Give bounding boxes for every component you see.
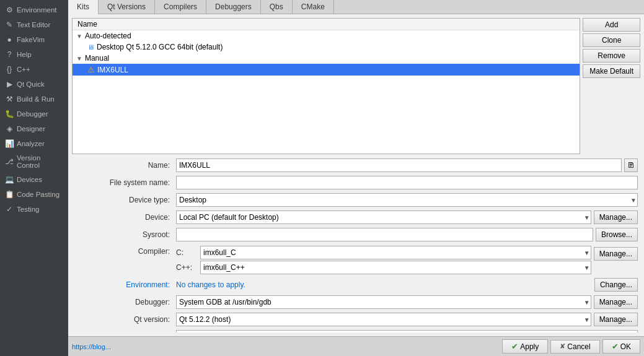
tree-manual-label: Manual [85,54,109,63]
sysroot-row: Sysroot: Browse... [72,226,640,243]
tab-qt-versions[interactable]: Qt Versions [99,0,155,14]
qt-version-select-wrapper: Qt 5.12.2 (host) ▼ [176,313,591,326]
sidebar-item-debugger[interactable]: 🐛 Debugger [0,106,68,121]
debugger-label: Debugger: [74,298,174,306]
sidebar-item-environment[interactable]: ⚙ Environment [0,2,68,17]
sidebar-label-cpp: C++ [17,66,30,73]
bottom-bar: https://blog... ✔ Apply ✘ Cancel ✔ OK [68,336,644,356]
debugger-manage-button[interactable]: Manage... [594,295,638,309]
warning-icon-imx6ull: ⚠ [87,65,95,74]
tab-compilers[interactable]: Compilers [155,0,206,14]
tree-imx6ull-label: IMX6ULL [97,66,128,74]
help-icon: ? [5,50,14,59]
sidebar-item-version-control[interactable]: ⎇ Version Control [0,151,68,172]
device-label: Device: [74,213,174,222]
compiler-cpp-select-wrapper: imx6ull_C++ ▼ [200,261,591,274]
add-button[interactable]: Add [583,18,640,32]
apply-label: Apply [520,342,539,351]
name-action-button[interactable]: 🖹 [624,158,638,172]
compiler-c-select[interactable]: imx6ull_C [200,246,591,259]
testing-icon: ✓ [5,205,14,214]
tab-cmake[interactable]: CMake [293,0,334,14]
version-control-icon: ⎇ [5,157,14,166]
sidebar-label-qt-quick: Qt Quick [17,80,45,88]
debugger-select[interactable]: System GDB at /usr/bin/gdb [176,295,591,309]
code-pasting-icon: 📋 [5,190,14,199]
qt-version-row: Qt version: Qt 5.12.2 (host) ▼ Manage... [72,311,640,328]
qt-mkspec-input[interactable] [176,330,638,332]
sidebar-label-fakevim: FakeVim [17,36,45,43]
compiler-manage-button[interactable]: Manage... [594,247,638,261]
filesystem-input[interactable] [176,176,638,189]
qt-mkspec-row: Qt mkspec: [72,328,640,332]
compiler-c-label: C: [176,248,198,257]
name-input[interactable] [176,158,622,172]
tab-kits[interactable]: Kits [68,0,99,14]
tree-header-label: Name [77,20,97,28]
make-default-button[interactable]: Make Default [583,64,640,78]
debugger-row: Debugger: System GDB at /usr/bin/gdb ▼ M… [72,293,640,311]
tree-group-auto-detected[interactable]: ▼ Auto-detected [73,30,580,41]
analyzer-icon: 📊 [5,139,14,148]
qt-version-manage-button[interactable]: Manage... [594,313,638,326]
device-type-label: Device type: [74,196,174,204]
tab-qbs[interactable]: Qbs [261,0,293,14]
sidebar-item-build-run[interactable]: ⚒ Build & Run [0,92,68,106]
qt-version-select[interactable]: Qt 5.12.2 (host) [176,313,591,326]
sysroot-browse-button[interactable]: Browse... [596,228,638,241]
name-label: Name: [74,161,174,170]
ok-label: OK [620,342,631,351]
compiler-group: C: imx6ull_C ▼ C++: imx6ull_C++ [176,246,591,274]
compiler-cpp-select[interactable]: imx6ull_C++ [200,261,591,274]
sidebar-item-designer[interactable]: ◈ Designer [0,121,68,136]
cancel-x-icon: ✘ [560,342,565,350]
qt-version-label: Qt version: [74,315,174,324]
clone-button[interactable]: Clone [583,33,640,47]
filesystem-row: File system name: [72,174,640,191]
apply-button[interactable]: ✔ Apply [502,339,548,354]
sidebar-label-help: Help [17,51,32,58]
device-manage-button[interactable]: Manage... [594,211,638,224]
sidebar-item-text-editor[interactable]: ✎ Text Editor [0,17,68,32]
debugger-select-wrapper: System GDB at /usr/bin/gdb ▼ [176,295,591,309]
bottom-link[interactable]: https://blog... [72,343,111,350]
build-run-icon: ⚒ [5,95,14,103]
device-type-select[interactable]: Desktop [176,193,638,207]
sidebar-item-devices[interactable]: 💻 Devices [0,172,68,187]
collapse-icon-auto: ▼ [76,33,82,40]
sysroot-input[interactable] [176,228,593,241]
remove-button[interactable]: Remove [583,49,640,63]
environment-change-button[interactable]: Change... [594,278,638,292]
sidebar-item-code-pasting[interactable]: 📋 Code Pasting [0,187,68,202]
sysroot-label: Sysroot: [74,230,174,239]
ok-button[interactable]: ✔ OK [602,339,640,354]
devices-icon: 💻 [5,175,14,184]
kit-tree: Name ▼ Auto-detected 🖥 Desktop Qt 5.12.0… [72,18,580,154]
sidebar-label-build-run: Build & Run [17,95,55,103]
tab-debuggers[interactable]: Debuggers [206,0,261,14]
tree-auto-detected-label: Auto-detected [85,32,131,40]
sidebar-label-designer: Designer [17,125,45,132]
tree-item-desktop-qt[interactable]: 🖥 Desktop Qt 5.12.0 GCC 64bit (default) [73,41,580,53]
device-select[interactable]: Local PC (default for Desktop) [176,211,591,224]
sidebar-item-cpp[interactable]: {} C++ [0,62,68,77]
sidebar-label-text-editor: Text Editor [17,21,50,28]
device-select-wrapper: Local PC (default for Desktop) ▼ [176,211,591,224]
sidebar-item-help[interactable]: ? Help [0,47,68,62]
fakevim-icon: ● [5,35,14,44]
compiler-cpp-label: C++: [176,263,198,272]
tree-header-name: Name [73,19,580,30]
tree-item-imx6ull[interactable]: ⚠ IMX6ULL [73,64,580,76]
cancel-button[interactable]: ✘ Cancel [550,340,599,354]
form-section: Name: 🖹 File system name: Device type: D… [72,157,640,332]
sidebar-item-analyzer[interactable]: 📊 Analyzer [0,136,68,151]
sidebar-label-debugger: Debugger [17,110,48,118]
sidebar-item-testing[interactable]: ✓ Testing [0,202,68,217]
sidebar-item-qt-quick[interactable]: ▶ Qt Quick [0,77,68,92]
apply-check-icon: ✔ [511,342,518,351]
compiler-cpp-row: C++: imx6ull_C++ ▼ [176,261,591,274]
environment-value: No changes to apply. [176,280,592,289]
tree-section: Name ▼ Auto-detected 🖥 Desktop Qt 5.12.0… [72,18,640,154]
tree-group-manual[interactable]: ▼ Manual [73,53,580,64]
sidebar-item-fakevim[interactable]: ● FakeVim [0,32,68,47]
